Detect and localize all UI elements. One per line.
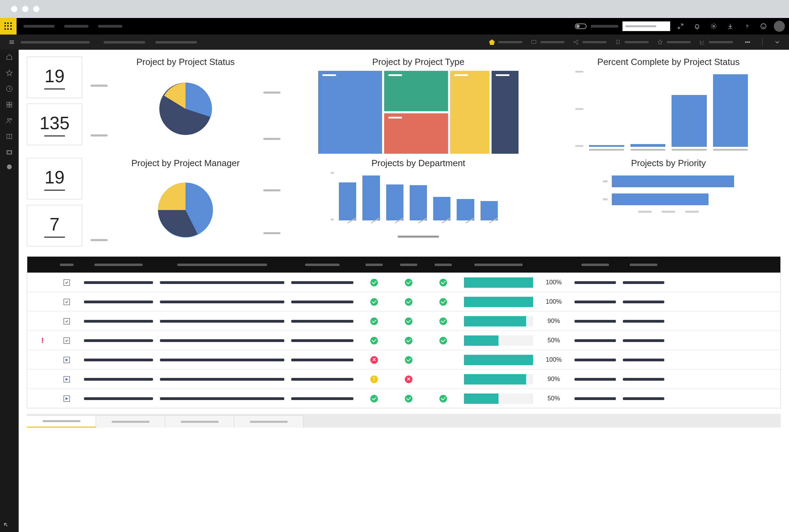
status-icon [429,395,457,402]
star-icon [657,39,663,45]
progress-value: 90% [540,317,568,325]
page-tab[interactable] [27,415,96,428]
menu-icon[interactable] [6,36,18,48]
toolbar-action[interactable] [573,39,607,45]
page-tabs [27,414,781,428]
nav-item[interactable] [23,25,55,28]
table-row[interactable]: 100% [27,273,780,292]
rail-home-icon[interactable] [6,53,13,62]
legend [398,236,439,238]
kpi-card[interactable]: 135 [27,104,82,145]
svg-point-5 [577,40,578,41]
chart-bar-dept[interactable]: Projects by Department [289,158,548,248]
progress-bar [464,374,533,384]
rail-shared-icon[interactable] [6,117,13,126]
chart-treemap-type[interactable]: Project by Project Type [289,57,548,154]
expand-icon[interactable] [674,20,687,32]
chart-pie-status[interactable]: Project by Project Status [91,57,281,154]
table-row[interactable]: 90% [27,369,780,389]
minimize-window-button[interactable] [22,6,28,12]
rail-favorite-icon[interactable] [6,69,13,78]
breadcrumb[interactable] [21,41,90,44]
svg-text:?: ? [746,24,748,29]
expand-pane-icon[interactable] [3,522,10,529]
toolbar-action[interactable] [489,39,522,45]
toggle-switch[interactable] [575,23,587,29]
kpi-value: 19 [45,66,65,86]
user-avatar[interactable] [774,21,785,32]
nav-item[interactable] [64,25,88,28]
notifications-icon[interactable] [691,20,703,32]
more-icon[interactable] [741,36,754,48]
status-icon [429,298,457,306]
close-window-button[interactable] [11,6,17,12]
app-launcher-button[interactable] [0,18,17,35]
page-tab[interactable] [96,415,165,428]
toolbar-action[interactable] [615,39,649,45]
feedback-icon[interactable] [757,20,770,32]
status-icon [360,356,388,364]
data-table[interactable]: 100%100%90%!50%100%90%50% [27,256,781,408]
chart-pie-manager[interactable]: Project by Project Manager [91,158,281,248]
progress-bar [464,297,533,307]
toolbar-item[interactable] [155,41,197,44]
maximize-window-button[interactable] [33,6,39,12]
status-icon [429,337,457,344]
kpi-value: 135 [40,113,70,133]
settings-icon[interactable] [707,20,720,32]
bar-chart [589,71,748,147]
progress-value: 100% [540,298,568,305]
progress-bar [464,335,533,346]
table-row[interactable]: 100% [27,292,780,311]
alert-icon: ! [41,336,44,345]
search-input[interactable] [622,21,670,31]
chart-hbar-priority[interactable]: Projects by Priority [556,158,781,248]
page-tab[interactable] [234,415,303,428]
toolbar-action[interactable] [531,39,564,45]
kpi-card[interactable]: 19 [27,57,82,98]
pentagon-icon [489,39,495,45]
progress-bar [464,393,533,404]
chart-bar-percent[interactable]: Percent Complete by Project Status [556,57,781,154]
rail-apps-icon[interactable] [6,101,13,110]
svg-rect-18 [8,151,11,153]
share-icon [573,39,579,45]
svg-point-16 [10,118,12,120]
table-row[interactable]: 100% [27,350,780,369]
bookmark-icon [615,39,621,45]
global-header: ? [0,18,789,35]
chart-title: Project by Project Status [136,57,235,67]
chevron-down-icon[interactable] [771,36,783,48]
download-icon[interactable] [724,20,736,32]
toolbar-action[interactable] [657,39,691,45]
table-row[interactable]: !50% [27,331,780,350]
chart-title: Projects by Department [371,158,465,169]
window-controls [0,0,789,18]
toolbar-item[interactable] [104,41,145,44]
svg-rect-3 [531,40,536,44]
rail-learn-icon[interactable] [6,133,13,142]
progress-value: 50% [540,395,568,402]
page-tab[interactable] [165,415,234,428]
table-row[interactable]: 90% [27,311,780,331]
table-row[interactable]: 50% [27,389,780,408]
rail-workspaces-icon[interactable] [6,149,13,158]
help-icon[interactable]: ? [741,20,753,32]
report-toolbar [0,35,789,50]
status-icon [395,298,422,306]
status-icon [395,279,422,286]
status-icon [429,317,457,325]
header-nav [23,25,122,28]
svg-point-9 [749,42,750,43]
nav-item[interactable] [98,25,122,28]
play-icon [64,376,70,382]
chart-title: Percent Complete by Project Status [597,57,740,67]
status-icon [395,395,422,402]
progress-bar [464,316,533,326]
chart-title: Projects by Priority [631,158,706,169]
rail-recent-icon[interactable] [6,85,13,94]
kpi-card[interactable]: 19 [27,158,82,199]
checkbox-icon [64,338,70,344]
kpi-card[interactable]: 7 [27,205,82,246]
toolbar-action[interactable] [699,39,733,45]
